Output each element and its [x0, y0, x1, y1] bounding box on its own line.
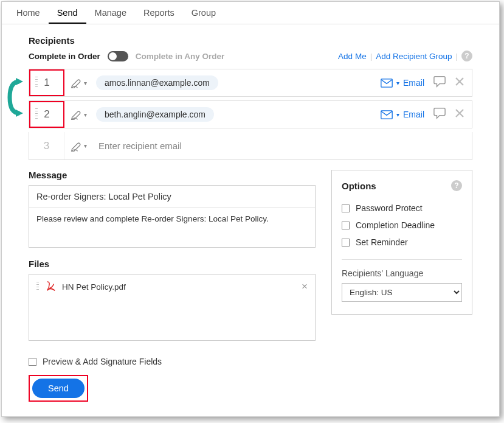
close-icon	[455, 108, 464, 118]
link-separator: |	[455, 52, 458, 61]
chevron-down-icon: ▾	[84, 142, 87, 149]
files-heading: Files	[29, 259, 316, 269]
help-icon[interactable]: ?	[451, 180, 462, 191]
language-label: Recipients' Language	[342, 268, 462, 278]
recipients-heading: Recipients	[29, 35, 472, 46]
tab-home[interactable]: Home	[8, 2, 49, 24]
alt-order-label: Complete in Any Order	[136, 52, 225, 61]
checkbox-icon	[342, 222, 350, 229]
speech-bubble-icon	[433, 107, 446, 119]
svg-rect-0	[381, 79, 392, 86]
recipient-email-chip[interactable]: amos.linnan@example.com	[96, 75, 218, 90]
recipient-row: 1 ▾ amos.linnan@example.com ▾ Email	[29, 69, 472, 97]
set-reminder-option[interactable]: Set Reminder	[342, 234, 462, 251]
private-message-icon[interactable]	[433, 75, 446, 90]
checkbox-icon	[29, 358, 36, 366]
remove-recipient-button[interactable]	[455, 77, 464, 89]
send-button[interactable]: Send	[32, 379, 85, 398]
tab-send[interactable]: Send	[49, 2, 86, 24]
chevron-down-icon: ▾	[84, 80, 87, 86]
pen-icon	[71, 141, 83, 152]
tab-reports[interactable]: Reports	[135, 2, 183, 24]
order-toggle[interactable]	[108, 51, 128, 61]
drag-grip-icon[interactable]	[35, 108, 38, 121]
speech-bubble-icon	[433, 75, 446, 88]
order-mode-label: Complete in Order	[29, 52, 100, 61]
link-separator: |	[370, 52, 373, 61]
language-select[interactable]: English: US	[342, 283, 462, 302]
recipient-email-chip[interactable]: beth.anglin@example.com	[96, 107, 214, 122]
checkbox-icon	[342, 205, 350, 212]
file-row: HN Pet Policy.pdf ×	[29, 274, 315, 299]
password-protect-option[interactable]: Password Protect	[342, 200, 462, 217]
chevron-down-icon: ▾	[84, 111, 87, 118]
options-heading: Options	[342, 181, 376, 191]
message-box	[29, 185, 316, 248]
message-subject-input[interactable]	[29, 186, 315, 208]
files-dropzone[interactable]: HN Pet Policy.pdf ×	[29, 274, 316, 341]
recipient-row: 2 ▾ beth.anglin@example.com ▾ Email	[29, 100, 472, 128]
send-button-highlight: Send	[29, 375, 88, 402]
recipient-row-empty: 3 ▾	[29, 132, 472, 160]
recipient-order-number[interactable]: 1	[29, 69, 64, 96]
message-body-input[interactable]	[29, 208, 315, 245]
completion-deadline-option[interactable]: Completion Deadline	[342, 217, 462, 234]
close-icon	[455, 77, 464, 86]
help-icon[interactable]: ?	[461, 51, 472, 61]
remove-recipient-button[interactable]	[455, 108, 464, 121]
message-heading: Message	[29, 170, 316, 180]
pdf-icon	[45, 281, 56, 293]
svg-rect-1	[381, 110, 392, 118]
add-recipient-group-link[interactable]: Add Recipient Group	[376, 52, 452, 61]
add-me-link[interactable]: Add Me	[338, 52, 367, 61]
envelope-icon	[381, 110, 393, 119]
remove-file-button[interactable]: ×	[302, 281, 308, 293]
recipient-role-picker[interactable]: ▾	[64, 109, 92, 120]
delivery-method-picker[interactable]: ▾ Email	[381, 110, 424, 119]
pen-icon	[71, 109, 83, 120]
tab-manage[interactable]: Manage	[86, 2, 135, 24]
drag-grip-icon[interactable]	[36, 282, 39, 292]
recipient-role-picker[interactable]: ▾	[64, 141, 92, 152]
tab-group[interactable]: Group	[183, 2, 224, 24]
pen-icon	[71, 77, 83, 88]
preview-checkbox-row[interactable]: Preview & Add Signature Fields	[29, 357, 472, 366]
envelope-icon	[381, 79, 393, 88]
options-panel: Options ? Password Protect Completion De…	[331, 170, 472, 315]
file-name: HN Pet Policy.pdf	[62, 282, 295, 292]
delivery-method-picker[interactable]: ▾ Email	[381, 78, 424, 88]
recipient-order-number[interactable]: 2	[29, 101, 64, 128]
recipient-order-number: 3	[29, 132, 64, 159]
recipient-email-input[interactable]	[92, 141, 472, 151]
chevron-down-icon: ▾	[396, 80, 399, 86]
recipient-role-picker[interactable]: ▾	[64, 77, 92, 88]
drag-grip-icon[interactable]	[35, 77, 38, 89]
chevron-down-icon: ▾	[396, 111, 399, 118]
private-message-icon[interactable]	[433, 107, 446, 122]
checkbox-icon	[342, 239, 350, 246]
top-navigation: Home Send Manage Reports Group	[2, 2, 499, 24]
